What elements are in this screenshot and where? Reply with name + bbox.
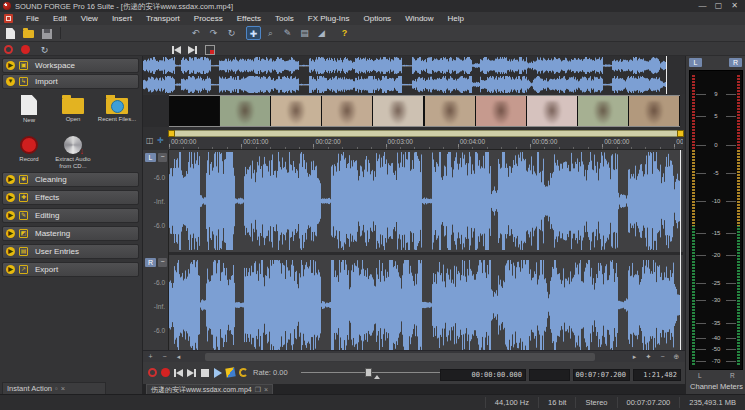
close-doc-icon[interactable]: ×	[264, 386, 268, 393]
go-to-end-button[interactable]	[186, 43, 199, 56]
new-file-button[interactable]	[2, 26, 17, 40]
play-button[interactable]	[211, 366, 224, 379]
video-thumbnail[interactable]	[527, 96, 577, 126]
action-recent-files[interactable]: Recent Files...	[96, 94, 138, 134]
video-thumbnail[interactable]	[220, 96, 270, 126]
menu-transport[interactable]: Transport	[139, 14, 187, 23]
move-icon[interactable]: ✛	[157, 136, 166, 145]
zoom-out-icon[interactable]: −	[657, 352, 668, 362]
action-record[interactable]: Record	[8, 134, 50, 174]
zoom-in-icon[interactable]: ⊕	[671, 352, 682, 362]
action-new[interactable]: New	[8, 94, 50, 134]
scroll-right-icon[interactable]: ▸	[629, 352, 640, 362]
go-to-start-button[interactable]	[172, 366, 185, 379]
event-tool-button[interactable]: ▤	[297, 26, 312, 40]
loop-start-handle[interactable]	[168, 130, 175, 137]
action-label: Open	[52, 116, 94, 123]
record-button[interactable]	[19, 43, 32, 56]
left-channel-minimize-button[interactable]: −	[158, 153, 167, 162]
menu-effects[interactable]: Effects	[230, 14, 268, 23]
menu-insert[interactable]: Insert	[105, 14, 139, 23]
menu-file[interactable]: File	[19, 14, 46, 23]
dock-icon[interactable]: ▫	[55, 384, 58, 393]
loop-end-handle[interactable]	[677, 130, 684, 137]
record-options-icon	[4, 45, 13, 54]
repeat-button[interactable]: ↻	[224, 26, 239, 40]
video-thumbnail[interactable]	[169, 96, 219, 126]
menu-options[interactable]: Options	[357, 14, 399, 23]
maximize-button[interactable]: ▢	[710, 0, 727, 12]
sidebar-section-import[interactable]: ▼↳Import	[2, 74, 139, 89]
go-to-end-button[interactable]	[185, 366, 198, 379]
sidebar-section-export[interactable]: ▶↗Export	[2, 262, 139, 277]
meter-left-button[interactable]: L	[689, 58, 702, 67]
magnify-tool-icon: ⌕	[268, 28, 273, 38]
video-thumbnail[interactable]	[322, 96, 372, 126]
magnify-tool-button[interactable]: ⌕	[263, 26, 278, 40]
edit-tool-button[interactable]: ✚	[246, 26, 261, 40]
redo-button[interactable]: ↷	[206, 26, 221, 40]
workspace-icon: ▣	[19, 61, 28, 70]
sidebar-section-mastering[interactable]: ▶◩Mastering	[2, 226, 139, 241]
menu-window[interactable]: Window	[398, 14, 440, 23]
video-thumbnail[interactable]	[578, 96, 628, 126]
minimize-button[interactable]: —	[694, 0, 711, 12]
pencil-tool-button[interactable]: ✎	[280, 26, 295, 40]
close-panel-icon[interactable]: ×	[61, 384, 65, 393]
video-thumbnail[interactable]	[271, 96, 321, 126]
left-channel-button[interactable]: L	[145, 153, 156, 162]
sidebar-section-cleaning[interactable]: ▶✱Cleaning	[2, 172, 139, 187]
loop-playback-button[interactable]	[237, 366, 250, 379]
video-thumbnail[interactable]	[629, 96, 679, 126]
whats-this-help-button[interactable]: ?	[337, 26, 352, 40]
video-thumbnail[interactable]	[425, 96, 475, 126]
menu-fx-plug-ins[interactable]: FX Plug-Ins	[301, 14, 357, 23]
save-file-button[interactable]	[38, 26, 53, 40]
right-channel-minimize-button[interactable]: −	[158, 258, 167, 267]
sidebar-section-user-entries[interactable]: ▶▤User Entries	[2, 244, 139, 259]
record-options-button[interactable]	[146, 366, 159, 379]
sidebar-section-effects[interactable]: ▶✚Effects	[2, 190, 139, 205]
menu-view[interactable]: View	[74, 14, 105, 23]
time-ruler[interactable]: 00:00:0000:01:0000:02:0000:03:0000:04:00…	[169, 137, 683, 150]
lock-icon[interactable]: ◫	[146, 136, 155, 145]
loop-region-bar[interactable]	[169, 130, 683, 137]
menu-process[interactable]: Process	[187, 14, 230, 23]
meter-right-button[interactable]: R	[729, 58, 742, 67]
event-marker-button[interactable]	[203, 43, 216, 56]
menu-tools[interactable]: Tools	[268, 14, 301, 23]
instant-action-tab[interactable]: Instant Action ▫ ×	[2, 382, 106, 394]
marker-tool-button[interactable]	[224, 366, 237, 379]
go-to-start-button[interactable]	[170, 43, 183, 56]
video-thumbnail-strip[interactable]	[169, 95, 680, 127]
scroll-left-icon[interactable]: ◂	[173, 352, 184, 362]
video-thumbnail[interactable]	[373, 96, 423, 126]
record-options-button[interactable]	[2, 43, 15, 56]
action-extract-audio-from-cd[interactable]: Extract Audio from CD...	[52, 134, 94, 174]
main-waveform[interactable]	[169, 150, 683, 350]
loop-playback-button[interactable]: ↻	[38, 43, 51, 56]
zoom-in-time-icon[interactable]: +	[145, 352, 156, 362]
record-button[interactable]	[159, 366, 172, 379]
menu-help[interactable]: Help	[441, 14, 471, 23]
open-file-button[interactable]	[20, 26, 35, 40]
chevron-right-icon: ▶	[6, 211, 15, 220]
action-open[interactable]: Open	[52, 94, 94, 134]
import-icon: ↳	[19, 77, 28, 86]
stop-button[interactable]	[198, 366, 211, 379]
video-thumbnail[interactable]	[476, 96, 526, 126]
right-channel-button[interactable]: R	[145, 258, 156, 267]
document-tab[interactable]: 伤递的安详www.ssdax.com.mp4 ❐ ×	[146, 384, 273, 394]
menu-edit[interactable]: Edit	[46, 14, 74, 23]
undo-button[interactable]: ↶	[188, 26, 203, 40]
sidebar-section-editing[interactable]: ▶✎Editing	[2, 208, 139, 223]
envelope-tool-button[interactable]: ◢	[314, 26, 329, 40]
restore-doc-icon[interactable]: ❐	[255, 386, 261, 394]
scrollbar-thumb[interactable]	[205, 353, 595, 361]
zoom-out-time-icon[interactable]: −	[159, 352, 170, 362]
close-button[interactable]: ✕	[726, 0, 743, 12]
rate-slider-handle[interactable]	[365, 368, 372, 377]
overview-waveform[interactable]	[143, 56, 685, 94]
sidebar-section-workspace[interactable]: ▶▣Workspace	[2, 58, 139, 73]
zoom-selection-icon[interactable]: ✦	[643, 352, 654, 362]
